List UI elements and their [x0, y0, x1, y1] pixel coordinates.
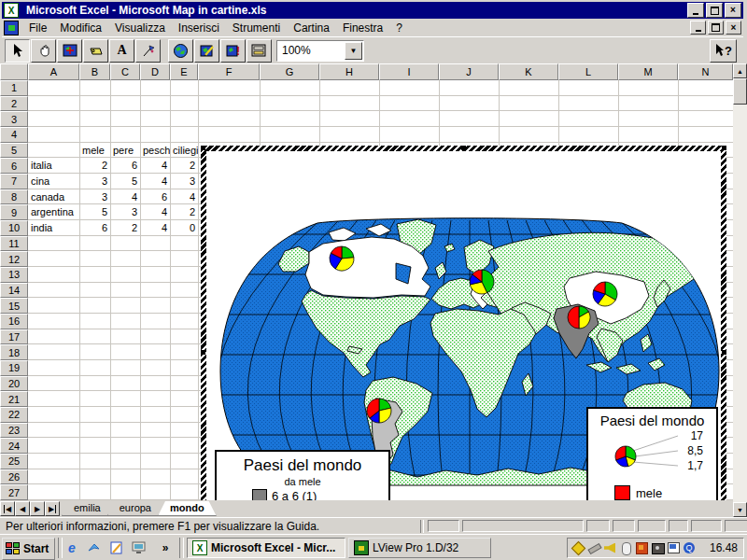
row-header-17[interactable]: 17 [0, 329, 28, 345]
row-header-10[interactable]: 10 [0, 220, 28, 236]
row-header-9[interactable]: 9 [0, 204, 28, 220]
menu-finestra[interactable]: Finestra [336, 20, 389, 36]
tray-volume-icon[interactable] [603, 541, 617, 555]
start-button[interactable]: Start [2, 538, 55, 560]
column-header-L[interactable]: L [558, 63, 618, 80]
row-header-27[interactable]: 27 [0, 484, 28, 500]
cell-D10[interactable]: 4 [140, 220, 170, 235]
column-header-F[interactable]: F [198, 63, 260, 80]
column-header-B[interactable]: B [79, 63, 110, 80]
column-header-D[interactable]: D [140, 63, 170, 80]
row-header-11[interactable]: 11 [0, 236, 28, 252]
cell-B7[interactable]: 3 [79, 174, 110, 189]
row-header-20[interactable]: 20 [0, 376, 28, 392]
display-entire-button[interactable] [168, 39, 193, 63]
zoom-dropdown-button[interactable]: ▼ [345, 42, 362, 60]
map-document-icon[interactable] [4, 21, 19, 35]
minimize-button[interactable] [687, 3, 704, 18]
cell-D5[interactable]: pesche [140, 143, 170, 158]
map-object[interactable]: Paesi del mondo da mele 6 a 6 (1)5 a 6 (… [201, 146, 726, 559]
column-header-G[interactable]: G [260, 63, 319, 80]
row-header-7[interactable]: 7 [0, 174, 28, 189]
row-header-12[interactable]: 12 [0, 251, 28, 267]
column-header-I[interactable]: I [379, 63, 439, 80]
cell-C9[interactable]: 3 [110, 204, 140, 219]
menu-visualizza[interactable]: Visualizza [108, 20, 172, 36]
column-header-M[interactable]: M [618, 63, 678, 80]
cell-E7[interactable]: 3 [170, 174, 198, 189]
row-header-19[interactable]: 19 [0, 360, 28, 376]
menu-modifica[interactable]: Modifica [53, 20, 108, 36]
scroll-up-button[interactable]: ▲ [733, 63, 747, 78]
cell-C7[interactable]: 5 [110, 174, 140, 189]
next-sheet-button[interactable]: ▶ [30, 501, 45, 516]
tray-display-icon[interactable] [667, 541, 681, 555]
menu-inserisci[interactable]: Inserisci [172, 20, 226, 36]
menu-strumenti[interactable]: Strumenti [226, 20, 287, 36]
cell-C5[interactable]: pere [110, 143, 140, 158]
select-arrow-button[interactable] [5, 39, 30, 63]
row-header-24[interactable]: 24 [0, 438, 28, 454]
grabber-button[interactable] [31, 39, 56, 63]
row-header-15[interactable]: 15 [0, 298, 28, 314]
cell-A6[interactable]: italia [28, 158, 79, 173]
column-header-E[interactable]: E [170, 63, 198, 80]
cell-C8[interactable]: 4 [110, 189, 140, 204]
column-header-N[interactable]: N [678, 63, 733, 80]
cell-D6[interactable]: 4 [140, 158, 170, 173]
cell-A7[interactable]: cina [28, 174, 79, 189]
cell-D8[interactable]: 6 [140, 189, 170, 204]
cell-B9[interactable]: 5 [79, 204, 110, 219]
resize-handle[interactable] [201, 350, 205, 355]
center-map-button[interactable] [57, 39, 82, 63]
sheet-tab-europa[interactable]: europa [107, 501, 163, 516]
internet-explorer-icon[interactable]: e [63, 539, 80, 556]
show-hide-map-control-button[interactable] [247, 39, 272, 63]
task-button-lview[interactable]: LView Pro 1.D/32 [348, 538, 491, 558]
column-header-K[interactable]: K [499, 63, 558, 80]
column-header-J[interactable]: J [439, 63, 499, 80]
zoom-combobox[interactable]: 100% ▼ [276, 40, 364, 62]
row-header-1[interactable]: 1 [0, 80, 28, 96]
tray-diamond-icon[interactable] [571, 541, 585, 555]
vertical-scrollbar[interactable]: ▲ ▼ [733, 63, 747, 517]
doc-restore-button[interactable] [708, 21, 724, 35]
cell-A8[interactable]: canada [28, 189, 79, 204]
cell-D9[interactable]: 4 [140, 204, 170, 219]
first-sheet-button[interactable]: ◀ [0, 501, 15, 516]
chevron-more-icon[interactable]: » [157, 539, 174, 556]
row-header-21[interactable]: 21 [0, 391, 28, 407]
close-button[interactable]: × [725, 3, 741, 18]
row-header-3[interactable]: 3 [0, 111, 28, 127]
tray-quicktime-icon[interactable]: Q [683, 541, 697, 555]
column-header-A[interactable]: A [28, 63, 79, 80]
show-desktop-icon[interactable] [131, 539, 148, 556]
column-header-C[interactable]: C [110, 63, 140, 80]
cell-B5[interactable]: mele [79, 143, 110, 158]
row-header-14[interactable]: 14 [0, 283, 28, 299]
cell-A10[interactable]: india [28, 220, 79, 235]
cell-E6[interactable]: 2 [170, 158, 198, 173]
resize-handle[interactable] [201, 146, 205, 150]
cell-E10[interactable]: 0 [170, 220, 198, 235]
outlook-express-icon[interactable] [86, 539, 103, 556]
notes-icon[interactable] [108, 539, 125, 556]
row-header-22[interactable]: 22 [0, 407, 28, 423]
map-refresh-button[interactable]: ! [220, 39, 246, 63]
restore-button[interactable] [706, 3, 723, 18]
row-header-23[interactable]: 23 [0, 423, 28, 439]
tray-camera-icon[interactable] [651, 541, 665, 555]
world-map[interactable]: Paesi del mondo da mele 6 a 6 (1)5 a 6 (… [206, 151, 721, 553]
cell-C10[interactable]: 2 [110, 220, 140, 235]
menu-cartina[interactable]: Cartina [287, 20, 336, 36]
row-header-6[interactable]: 6 [0, 158, 28, 174]
row-header-5[interactable]: 5 [0, 143, 28, 159]
row-header-2[interactable]: 2 [0, 96, 28, 112]
last-sheet-button[interactable]: ▶ [45, 501, 60, 516]
row-header-16[interactable]: 16 [0, 314, 28, 329]
cell-B6[interactable]: 2 [79, 158, 110, 173]
map-labels-button[interactable] [83, 39, 108, 63]
sheet-tab-emilia[interactable]: emilia [62, 501, 113, 516]
scroll-down-button[interactable]: ▼ [733, 502, 747, 517]
row-header-8[interactable]: 8 [0, 189, 28, 205]
